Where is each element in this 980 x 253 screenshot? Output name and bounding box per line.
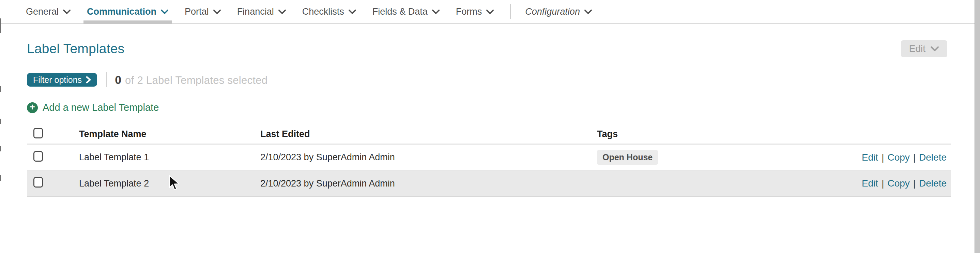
nav-item-label: Forms — [456, 6, 482, 17]
nav-item-general[interactable]: General — [26, 0, 71, 23]
chevron-down-icon — [584, 9, 592, 14]
column-header-last-edited: Last Edited — [260, 129, 597, 140]
select-all-checkbox[interactable] — [33, 128, 43, 138]
tag-badge: Open House — [597, 150, 658, 165]
screen-edge-artifact — [0, 18, 1, 33]
screen-edge-artifact — [0, 86, 1, 92]
row-action-edit[interactable]: Edit — [862, 178, 878, 189]
column-header-tags: Tags — [597, 129, 838, 140]
column-header-template-name: Template Name — [79, 129, 260, 140]
table-body: Label Template 1 2/10/2023 by SuperAdmin… — [27, 145, 951, 197]
page-header: Label Templates Edit — [0, 40, 980, 57]
chevron-down-icon — [213, 9, 221, 14]
selected-count-text: of 2 Label Templates selected — [125, 74, 267, 86]
edit-dropdown-button[interactable]: Edit — [901, 40, 947, 57]
nav-item-label: General — [26, 6, 59, 17]
row-action-copy[interactable]: Copy — [887, 152, 910, 163]
add-label-template-link[interactable]: + Add a new Label Template — [27, 102, 159, 113]
chevron-down-icon — [930, 46, 939, 51]
nav-item-label: Portal — [185, 6, 209, 17]
plus-circle-icon: + — [27, 102, 38, 113]
selection-summary: 0of 2 Label Templates selected — [115, 73, 267, 87]
screen-edge-artifact — [0, 175, 1, 181]
table-row[interactable]: Label Template 1 2/10/2023 by SuperAdmin… — [27, 145, 951, 171]
selected-count: 0 — [115, 73, 121, 86]
nav-item-financial[interactable]: Financial — [237, 0, 286, 23]
edit-button-label: Edit — [909, 43, 926, 54]
row-action-edit[interactable]: Edit — [862, 152, 878, 163]
template-name-cell: Label Template 1 — [79, 152, 260, 163]
row-checkbox[interactable] — [33, 151, 43, 162]
row-action-delete[interactable]: Delete — [919, 152, 947, 163]
nav-items: General Communication Portal Financial C… — [26, 0, 608, 23]
chevron-down-icon — [432, 9, 440, 14]
nav-divider — [510, 4, 511, 19]
row-actions-cell: Edit|Copy|Delete — [862, 178, 951, 189]
row-action-delete[interactable]: Delete — [919, 178, 947, 189]
chevron-down-icon — [63, 9, 71, 14]
row-checkbox[interactable] — [33, 177, 43, 188]
chevron-down-icon — [278, 9, 286, 14]
row-action-copy[interactable]: Copy — [887, 178, 910, 189]
nav-item-portal[interactable]: Portal — [185, 0, 221, 23]
action-separator: | — [913, 152, 916, 163]
top-nav: General Communication Portal Financial C… — [0, 0, 980, 24]
last-edited-cell: 2/10/2023 by SuperAdmin Admin — [260, 152, 597, 163]
table-row[interactable]: Label Template 2 2/10/2023 by SuperAdmin… — [27, 171, 951, 197]
filter-options-label: Filter options — [33, 75, 82, 85]
chevron-down-icon — [348, 9, 356, 14]
add-row: + Add a new Label Template — [0, 102, 980, 113]
scrollbar-thumb[interactable] — [975, 0, 980, 253]
last-edited-cell: 2/10/2023 by SuperAdmin Admin — [260, 178, 597, 189]
action-separator: | — [881, 178, 884, 189]
nav-item-forms[interactable]: Forms — [456, 0, 495, 23]
screen-edge-artifact — [0, 146, 1, 151]
app-window: General Communication Portal Financial C… — [0, 0, 980, 253]
nav-item-configuration[interactable]: Configuration — [525, 0, 592, 23]
action-separator: | — [881, 152, 884, 163]
nav-item-communication[interactable]: Communication — [87, 0, 169, 23]
nav-item-label: Checklists — [302, 6, 344, 17]
nav-item-label: Configuration — [525, 6, 580, 17]
tags-cell: Open House — [597, 150, 838, 165]
page-title: Label Templates — [27, 41, 124, 56]
vertical-divider — [106, 72, 107, 87]
nav-item-checklists[interactable]: Checklists — [302, 0, 356, 23]
nav-item-label: Financial — [237, 6, 274, 17]
template-name-cell: Label Template 2 — [79, 178, 260, 189]
add-label-template-text: Add a new Label Template — [43, 102, 159, 113]
chevron-right-icon — [86, 76, 91, 84]
label-templates-table: Template Name Last Edited Tags Label Tem… — [27, 125, 951, 197]
nav-item-fields-data[interactable]: Fields & Data — [372, 0, 440, 23]
action-separator: | — [913, 178, 916, 189]
nav-item-label: Fields & Data — [372, 6, 428, 17]
filter-options-button[interactable]: Filter options — [27, 73, 97, 87]
nav-item-label: Communication — [87, 6, 156, 17]
screen-edge-artifact — [0, 119, 1, 124]
row-actions-cell: Edit|Copy|Delete — [862, 152, 951, 163]
chevron-down-icon — [486, 9, 494, 14]
filter-row: Filter options 0of 2 Label Templates sel… — [0, 72, 980, 87]
vertical-scrollbar[interactable] — [975, 0, 980, 253]
chevron-down-icon — [161, 9, 169, 14]
table-header-row: Template Name Last Edited Tags — [27, 125, 951, 145]
